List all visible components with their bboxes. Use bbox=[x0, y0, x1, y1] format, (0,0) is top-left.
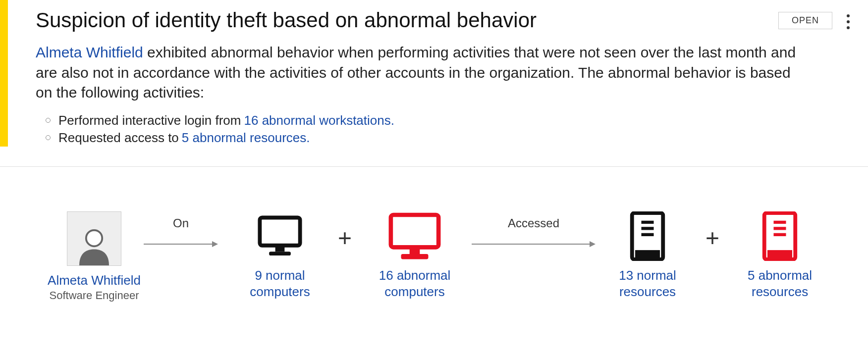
alert-panel: Suspicion of identity theft based on abn… bbox=[0, 0, 868, 167]
abnormal-computers-node[interactable]: 16 abnormal computers bbox=[368, 211, 462, 300]
alert-title: Suspicion of identity theft based on abn… bbox=[36, 9, 778, 32]
svg-rect-20 bbox=[774, 233, 786, 236]
arrow-icon bbox=[472, 239, 596, 249]
activity-text: Performed interactive login from bbox=[58, 113, 241, 128]
activity-item: Requested access to 5 abnormal resources… bbox=[36, 129, 858, 147]
plus-icon: + bbox=[690, 211, 735, 252]
activity-text: Requested access to bbox=[58, 130, 179, 146]
arrow-icon bbox=[144, 239, 218, 249]
user-role: Software Engineer bbox=[50, 289, 139, 302]
normal-computers-node[interactable]: 9 normal computers bbox=[238, 211, 322, 300]
resource-abnormal-icon bbox=[760, 211, 800, 261]
computer-icon bbox=[255, 211, 305, 261]
arrow-accessed-label: Accessed bbox=[508, 216, 559, 230]
more-menu-icon[interactable] bbox=[841, 12, 855, 32]
user-node[interactable]: Almeta Whitfield Software Engineer bbox=[45, 211, 144, 302]
resource-icon bbox=[628, 211, 667, 261]
normal-resources-label2[interactable]: resources bbox=[619, 284, 676, 300]
svg-point-1 bbox=[87, 231, 101, 245]
alert-description-text: exhibited abnormal behavior when perform… bbox=[36, 44, 796, 101]
svg-rect-18 bbox=[774, 220, 786, 223]
svg-rect-21 bbox=[767, 250, 792, 258]
svg-rect-14 bbox=[642, 227, 654, 230]
activity-item: Performed interactive login from 16 abno… bbox=[36, 112, 858, 129]
svg-rect-13 bbox=[642, 220, 654, 223]
avatar-icon bbox=[67, 211, 121, 266]
activity-diagram: Almeta Whitfield Software Engineer On 9 … bbox=[0, 167, 868, 302]
normal-resources-node[interactable]: 13 normal resources bbox=[605, 211, 690, 300]
svg-rect-4 bbox=[260, 217, 300, 245]
abnormal-resources-label2[interactable]: resources bbox=[752, 284, 808, 300]
svg-rect-5 bbox=[275, 245, 285, 252]
svg-rect-9 bbox=[401, 254, 429, 259]
svg-marker-11 bbox=[590, 241, 596, 247]
normal-computers-label2[interactable]: computers bbox=[250, 284, 310, 300]
svg-rect-8 bbox=[410, 247, 420, 254]
abnormal-resources-label[interactable]: 5 abnormal bbox=[748, 268, 812, 283]
abnormal-computers-label2[interactable]: computers bbox=[384, 284, 444, 300]
user-link[interactable]: Almeta Whitfield bbox=[36, 44, 143, 60]
svg-rect-19 bbox=[774, 227, 786, 230]
abnormal-resources-link[interactable]: 5 abnormal resources. bbox=[182, 130, 310, 146]
computer-abnormal-icon bbox=[387, 211, 442, 261]
user-name-link[interactable]: Almeta Whitfield bbox=[48, 273, 141, 288]
severity-stripe bbox=[0, 0, 8, 147]
normal-resources-label[interactable]: 13 normal bbox=[619, 268, 676, 283]
plus-icon: + bbox=[322, 211, 368, 252]
activity-list: Performed interactive login from 16 abno… bbox=[36, 112, 858, 147]
status-open-button[interactable]: OPEN bbox=[778, 12, 832, 29]
svg-marker-3 bbox=[212, 241, 218, 247]
abnormal-resources-node[interactable]: 5 abnormal resources bbox=[735, 211, 824, 300]
svg-rect-7 bbox=[391, 215, 438, 247]
svg-rect-15 bbox=[642, 233, 654, 236]
normal-computers-label[interactable]: 9 normal bbox=[255, 268, 305, 283]
abnormal-workstations-link[interactable]: 16 abnormal workstations. bbox=[244, 113, 394, 128]
svg-rect-6 bbox=[269, 252, 291, 255]
arrow-accessed: Accessed bbox=[472, 211, 596, 249]
arrow-on-label: On bbox=[173, 216, 189, 230]
arrow-on: On bbox=[144, 211, 218, 249]
abnormal-computers-label[interactable]: 16 abnormal bbox=[379, 268, 451, 283]
alert-description: Almeta Whitfield exhibited abnormal beha… bbox=[36, 43, 809, 103]
svg-rect-16 bbox=[635, 250, 660, 258]
